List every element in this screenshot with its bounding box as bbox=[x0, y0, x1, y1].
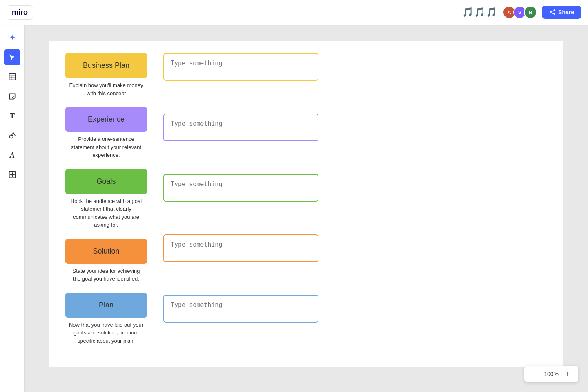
svg-point-0 bbox=[550, 11, 551, 13]
section-business-plan: Business Plan Explain how you'll make mo… bbox=[65, 53, 147, 107]
solution-input[interactable] bbox=[163, 234, 318, 262]
section-experience: Experience Provide a one-sentence statem… bbox=[65, 107, 147, 169]
goals-input[interactable] bbox=[163, 174, 318, 202]
section-header-business-plan: Business Plan bbox=[65, 53, 147, 78]
sidebar: ✦ T A bbox=[0, 24, 24, 392]
board: Business Plan Explain how you'll make mo… bbox=[49, 41, 564, 368]
header-right: 🎵🎵🎵 A V B Share bbox=[462, 6, 581, 19]
section-desc-plan: Now that you have laid out your goals an… bbox=[65, 321, 147, 355]
experience-input[interactable] bbox=[163, 114, 318, 141]
section-solution: Solution State your idea for achieving t… bbox=[65, 239, 147, 293]
zoom-out-button[interactable]: − bbox=[529, 368, 541, 380]
header: miro 🎵🎵🎵 A V B Share bbox=[0, 0, 588, 24]
svg-rect-5 bbox=[9, 74, 16, 80]
section-plan: Plan Now that you have laid out your goa… bbox=[65, 293, 147, 355]
sidebar-item-ai[interactable]: ✦ bbox=[4, 29, 20, 46]
select-cursor-icon bbox=[8, 53, 16, 61]
sticky-note-icon bbox=[8, 92, 16, 100]
section-header-goals: Goals bbox=[65, 169, 147, 194]
logo: miro bbox=[7, 5, 33, 20]
avatar-3: B bbox=[524, 6, 537, 19]
shapes-icon bbox=[8, 131, 16, 140]
sidebar-item-table[interactable] bbox=[4, 69, 20, 85]
add-icon bbox=[8, 171, 16, 179]
input-wrapper-solution bbox=[163, 234, 547, 295]
svg-point-1 bbox=[554, 9, 555, 11]
section-header-experience: Experience bbox=[65, 107, 147, 132]
inputs-column bbox=[147, 53, 547, 355]
svg-marker-11 bbox=[11, 133, 16, 136]
header-icons: 🎵🎵🎵 bbox=[462, 7, 498, 18]
business-plan-input[interactable] bbox=[163, 53, 318, 81]
sections-column: Business Plan Explain how you'll make mo… bbox=[65, 53, 147, 355]
zoom-level: 100% bbox=[544, 371, 559, 377]
sidebar-item-select[interactable] bbox=[4, 49, 20, 65]
zoom-controls: − 100% + bbox=[524, 366, 578, 382]
sidebar-item-text[interactable]: T bbox=[4, 108, 20, 124]
table-icon bbox=[8, 73, 16, 81]
section-desc-experience: Provide a one-sentence statement about y… bbox=[65, 135, 147, 169]
section-desc-goals: Hook the audience with a goal statement … bbox=[65, 197, 147, 239]
sidebar-item-add[interactable] bbox=[4, 167, 20, 183]
section-desc-business-plan: Explain how you'll make money with this … bbox=[65, 81, 147, 107]
zoom-in-button[interactable]: + bbox=[562, 368, 573, 380]
input-wrapper-business-plan bbox=[163, 53, 547, 114]
svg-line-4 bbox=[551, 13, 554, 14]
svg-line-9 bbox=[12, 96, 13, 98]
svg-point-2 bbox=[554, 13, 555, 15]
input-wrapper-goals bbox=[163, 174, 547, 234]
sidebar-item-sticky[interactable] bbox=[4, 88, 20, 105]
share-icon bbox=[549, 9, 556, 16]
section-desc-solution: State your idea for achieving the goal y… bbox=[65, 267, 147, 293]
section-header-plan: Plan bbox=[65, 293, 147, 318]
share-button[interactable]: Share bbox=[542, 6, 581, 19]
canvas: Business Plan Explain how you'll make mo… bbox=[24, 24, 588, 392]
avatars: A V B bbox=[503, 6, 537, 19]
sidebar-item-shapes[interactable] bbox=[4, 127, 20, 144]
input-wrapper-plan bbox=[163, 295, 547, 339]
plan-input[interactable] bbox=[163, 295, 318, 323]
input-wrapper-experience bbox=[163, 114, 547, 174]
section-header-solution: Solution bbox=[65, 239, 147, 264]
sidebar-item-font[interactable]: A bbox=[4, 147, 20, 163]
section-goals: Goals Hook the audience with a goal stat… bbox=[65, 169, 147, 239]
svg-line-3 bbox=[551, 11, 554, 12]
